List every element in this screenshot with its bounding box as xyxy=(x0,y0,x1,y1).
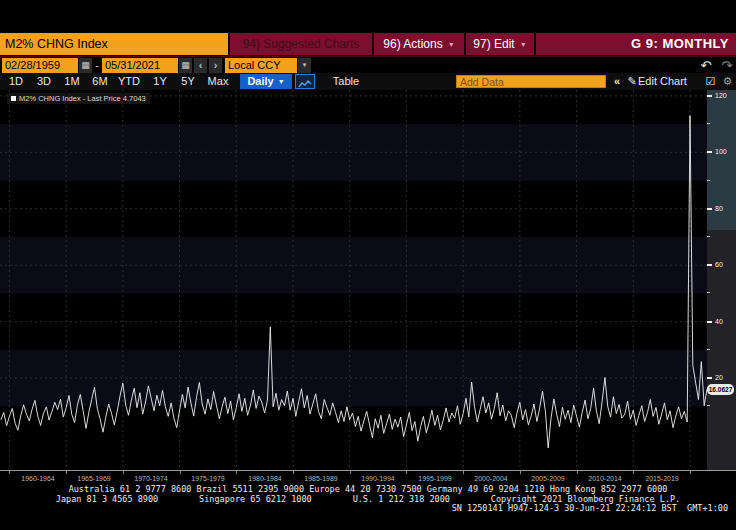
y-axis-tick xyxy=(707,321,712,323)
tab-1m[interactable]: 1M xyxy=(60,74,84,89)
start-date-input[interactable]: 02/28/1959 xyxy=(2,58,78,73)
y-axis-tick xyxy=(707,377,712,379)
x-axis-tick xyxy=(9,471,10,474)
y-axis-tick xyxy=(707,151,712,153)
y-axis-label: 120 xyxy=(715,92,727,100)
settings-gear-icon[interactable]: ⚙ xyxy=(720,74,735,89)
x-axis-tick xyxy=(463,471,464,474)
x-axis-label: 1995-1999 xyxy=(405,475,465,482)
y-axis-tick xyxy=(707,95,712,97)
x-axis-label: 1975-1979 xyxy=(178,475,238,482)
legend-label: M2% CHNG Index - Last Price 4.7043 xyxy=(19,94,146,103)
x-axis-tick xyxy=(690,471,691,474)
x-axis-tick xyxy=(633,471,634,474)
chart-toolbar: 1D 3D 1M 6M YTD 1Y 5Y Max Daily▼ Table «… xyxy=(0,73,736,91)
add-data-input[interactable] xyxy=(456,75,606,88)
shift-range-back-button[interactable]: ‹ xyxy=(194,58,207,73)
function-titlebar: M2% CHNG Index 94) Suggested Charts 96) … xyxy=(0,33,736,55)
x-axis-tick xyxy=(236,471,237,474)
y-axis[interactable]: 16.0627 20406080100120 xyxy=(707,90,736,470)
date-range-separator: - xyxy=(93,58,101,73)
footer-session-line: SN 1250141 H947-124-3 30-Jun-21 22:24:12… xyxy=(0,504,736,514)
chevron-down-icon: ▼ xyxy=(278,78,285,85)
terminal-footer: Australia 61 2 9777 8600 Brazil 5511 239… xyxy=(0,485,736,530)
y-axis-tick xyxy=(707,264,712,266)
window-top-spacer xyxy=(0,0,736,33)
x-axis-label: 1980-1984 xyxy=(235,475,295,482)
y-axis-label: 80 xyxy=(715,205,723,213)
y-axis-tick xyxy=(707,405,710,406)
x-axis-label: 2000-2004 xyxy=(461,475,521,482)
edit-menu[interactable]: 97) Edit▼ xyxy=(466,33,534,55)
tab-3d[interactable]: 3D xyxy=(32,74,56,89)
x-axis-tick xyxy=(350,471,351,474)
chart-plot-svg xyxy=(0,90,707,470)
x-axis-tick xyxy=(293,471,294,474)
x-axis-tick xyxy=(180,471,181,474)
x-axis-label: 1960-1964 xyxy=(8,475,68,482)
y-axis-label: 20 xyxy=(715,374,723,382)
y-axis-label: 40 xyxy=(715,318,723,326)
x-axis: 1960-19641965-19691970-19741975-19791980… xyxy=(0,470,736,485)
y-axis-tick xyxy=(707,292,710,293)
x-axis-tick xyxy=(520,471,521,474)
security-ticker-field[interactable]: M2% CHNG Index xyxy=(0,33,228,55)
y-axis-tick xyxy=(707,180,710,181)
last-price-bubble: 16.0627 xyxy=(707,384,734,395)
annotate-edit-icon[interactable]: ☑ xyxy=(703,74,718,89)
chevron-down-icon: ▼ xyxy=(448,41,455,48)
bloomberg-terminal-window: M2% CHNG Index 94) Suggested Charts 96) … xyxy=(0,0,736,530)
chevron-down-icon: ▼ xyxy=(520,41,527,48)
tab-6m[interactable]: 6M xyxy=(88,74,112,89)
y-axis-tick xyxy=(707,349,710,350)
series-marker-icon xyxy=(11,96,16,101)
x-axis-tick xyxy=(577,471,578,474)
tab-1d[interactable]: 1D xyxy=(4,74,28,89)
price-chart[interactable]: M2% CHNG Index - Last Price 4.7043 16.06… xyxy=(0,90,736,470)
frequency-label: Daily xyxy=(247,75,273,87)
function-name: G 9: MONTHLY xyxy=(631,33,729,55)
y-axis-label: 60 xyxy=(715,261,723,269)
tab-ytd[interactable]: YTD xyxy=(114,74,144,89)
date-range-bar: 02/28/1959 ▦ - 05/31/2021 ▦ ‹ › Local CC… xyxy=(0,56,736,74)
edit-chart-button[interactable]: Edit Chart xyxy=(638,74,698,89)
end-date-input[interactable]: 05/31/2021 xyxy=(102,58,178,73)
pencil-icon: ✎ xyxy=(626,74,638,89)
currency-select[interactable]: Local CCY xyxy=(225,58,297,73)
suggested-charts-menu[interactable]: 94) Suggested Charts xyxy=(230,33,372,55)
redo-icon[interactable]: ↷ xyxy=(719,58,735,73)
x-axis-label: 1990-1994 xyxy=(348,475,408,482)
shift-range-forward-button[interactable]: › xyxy=(209,58,222,73)
frequency-select[interactable]: Daily▼ xyxy=(240,74,292,89)
chart-legend[interactable]: M2% CHNG Index - Last Price 4.7043 xyxy=(7,93,150,104)
tab-5y[interactable]: 5Y xyxy=(176,74,200,89)
x-axis-label: 1970-1974 xyxy=(121,475,181,482)
undo-icon[interactable]: ↶ xyxy=(698,58,714,73)
y-axis-label: 100 xyxy=(715,148,727,156)
y-axis-tick xyxy=(707,123,710,124)
x-axis-tick xyxy=(123,471,124,474)
actions-menu[interactable]: 96) Actions▼ xyxy=(374,33,464,55)
currency-dropdown-icon[interactable]: ▼ xyxy=(298,58,311,73)
x-axis-label: 1965-1969 xyxy=(64,475,124,482)
line-chart-type-icon[interactable] xyxy=(295,74,315,89)
x-axis-tick xyxy=(406,471,407,474)
x-axis-label: 2005-2009 xyxy=(518,475,578,482)
x-axis-label: 1985-1989 xyxy=(291,475,351,482)
x-axis-tick xyxy=(66,471,67,474)
collapse-panel-icon[interactable]: « xyxy=(610,74,624,89)
start-date-calendar-icon[interactable]: ▦ xyxy=(79,58,92,73)
tab-1y[interactable]: 1Y xyxy=(148,74,172,89)
y-axis-tick xyxy=(707,208,712,210)
tab-max[interactable]: Max xyxy=(204,74,232,89)
actions-menu-label: 96) Actions xyxy=(383,37,442,51)
table-button[interactable]: Table xyxy=(328,74,364,89)
x-axis-label: 2010-2014 xyxy=(575,475,635,482)
divider xyxy=(534,33,536,55)
edit-menu-label: 97) Edit xyxy=(473,37,514,51)
y-axis-tick xyxy=(707,236,710,237)
end-date-calendar-icon[interactable]: ▦ xyxy=(179,58,192,73)
x-axis-label: 2015-2019 xyxy=(632,475,692,482)
